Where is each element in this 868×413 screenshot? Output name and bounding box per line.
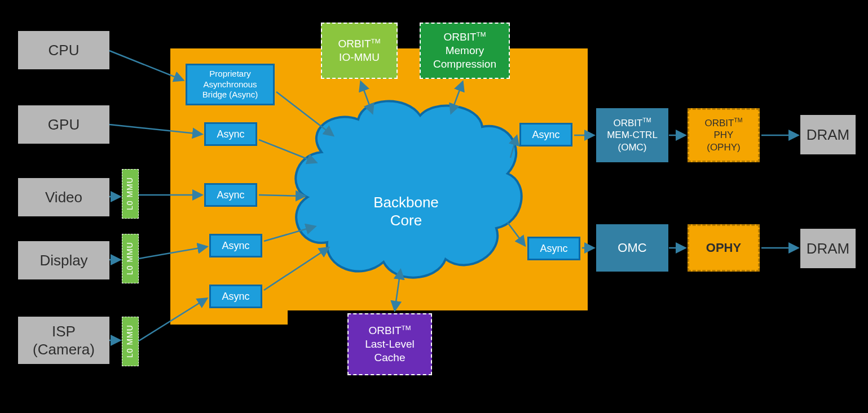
memcomp-text: ORBITTM Memory Compression [433, 30, 496, 70]
video-label: Video [45, 188, 82, 207]
orbit-llc: ORBITTM Last-Level Cache [347, 313, 432, 375]
isp-label: ISP (Camera) [33, 322, 95, 359]
l0mmu-isp: L0 MMU [122, 317, 139, 366]
async-gpu: Async [204, 122, 257, 146]
gpu-label: GPU [48, 116, 80, 134]
backbone-core-label: Backbone Core [344, 175, 468, 230]
block-display: Display [18, 241, 109, 279]
ophy-bottom: OPHY [688, 224, 760, 272]
block-video: Video [18, 178, 109, 216]
omc-top: ORBITTM MEM-CTRL (OMC) [596, 108, 668, 162]
block-cpu: CPU [18, 31, 109, 69]
l0mmu-display: L0 MMU [122, 234, 139, 283]
l0mmu-video: L0 MMU [122, 169, 139, 219]
display-label: Display [39, 251, 87, 270]
dram-top: DRAM [800, 115, 856, 154]
orbit-memory-compression: ORBITTM Memory Compression [420, 23, 510, 79]
ophy-top-text: ORBITTM PHY (OPHY) [704, 117, 742, 153]
omc-bottom: OMC [596, 224, 668, 272]
cpu-label: CPU [49, 41, 80, 60]
async-video: Async [204, 183, 257, 207]
ophy-top: ORBITTM PHY (OPHY) [688, 108, 760, 162]
proprietary-async-bridge: Proprietary Asynchronous Bridge (Async) [186, 64, 275, 105]
block-gpu: GPU [18, 105, 109, 144]
block-isp: ISP (Camera) [18, 317, 109, 364]
omc-top-text: ORBITTM MEM-CTRL (OMC) [607, 117, 658, 153]
async-out-bottom: Async [527, 237, 580, 260]
async-out-top: Async [519, 123, 572, 146]
async-display: Async [209, 234, 262, 257]
orbit-iommu: ORBITTM IO-MMU [321, 23, 398, 79]
diagram-stage: CPU GPU Video Display ISP (Camera) L0 MM… [0, 0, 868, 413]
llc-text: ORBITTM Last-Level Cache [365, 324, 415, 364]
iommu-text: ORBITTM IO-MMU [338, 37, 380, 64]
async-isp: Async [209, 285, 262, 308]
dram-bottom: DRAM [800, 229, 856, 268]
